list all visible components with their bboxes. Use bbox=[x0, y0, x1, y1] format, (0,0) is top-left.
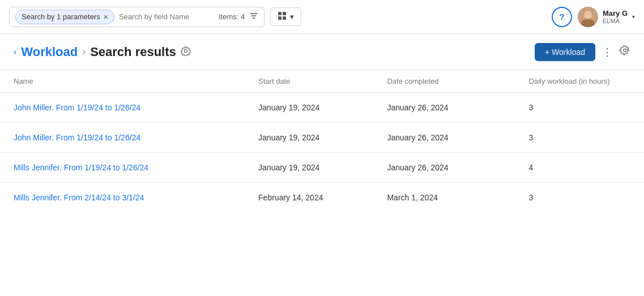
cell-start-date: February 14, 2024 bbox=[245, 183, 373, 213]
cell-daily-workload: 3 bbox=[515, 93, 644, 123]
cell-date-completed: January 26, 2024 bbox=[373, 123, 515, 153]
user-company: ELMA bbox=[603, 18, 628, 24]
settings-button[interactable] bbox=[619, 45, 630, 59]
column-header-date-completed: Date completed bbox=[373, 70, 515, 93]
breadcrumb-separator: › bbox=[82, 46, 86, 58]
items-count: Items: 4 bbox=[219, 12, 245, 21]
breadcrumb-current: Search results bbox=[90, 45, 176, 59]
cell-start-date: January 19, 2024 bbox=[245, 153, 373, 183]
filter-icon[interactable] bbox=[249, 11, 258, 23]
cell-daily-workload: 3 bbox=[515, 123, 644, 153]
svg-rect-1 bbox=[283, 12, 286, 15]
cell-daily-workload: 3 bbox=[515, 183, 644, 213]
column-header-start-date: Start date bbox=[245, 70, 373, 93]
search-tag-close-icon[interactable]: × bbox=[104, 12, 108, 22]
help-button[interactable]: ? bbox=[552, 7, 572, 27]
column-header-name: Name bbox=[0, 70, 245, 93]
svg-rect-3 bbox=[283, 16, 286, 20]
avatar bbox=[578, 7, 598, 27]
grid-icon bbox=[278, 11, 287, 22]
search-results-settings-icon[interactable] bbox=[181, 46, 191, 58]
search-input[interactable] bbox=[119, 12, 214, 21]
chevron-down-icon: ▾ bbox=[632, 14, 635, 20]
workload-link[interactable]: John Miller. From 1/19/24 to 1/26/24 bbox=[14, 133, 140, 142]
column-header-daily-workload: Daily workload (in hours) bbox=[515, 70, 644, 93]
table-row: Mills Jennifer. From 2/14/24 to 3/1/24 F… bbox=[0, 183, 644, 213]
workload-link[interactable]: Mills Jennifer. From 2/14/24 to 3/1/24 bbox=[14, 193, 144, 202]
cell-name: John Miller. From 1/19/24 to 1/26/24 bbox=[0, 93, 245, 123]
search-tag[interactable]: Search by 1 parameters × bbox=[15, 10, 114, 24]
user-info: Mary G ELMA bbox=[603, 9, 628, 24]
cell-start-date: January 19, 2024 bbox=[245, 93, 373, 123]
table-row: John Miller. From 1/19/24 to 1/26/24 Jan… bbox=[0, 123, 644, 153]
more-options-button[interactable]: ⋮ bbox=[602, 46, 612, 58]
cell-date-completed: March 1, 2024 bbox=[373, 183, 515, 213]
workload-table: Name Start date Date completed Daily wor… bbox=[0, 70, 644, 212]
svg-rect-2 bbox=[278, 16, 282, 20]
search-tag-label: Search by 1 parameters bbox=[22, 12, 100, 21]
bar-actions: + Workload ⋮ bbox=[535, 43, 630, 61]
table-header: Name Start date Date completed Daily wor… bbox=[0, 70, 644, 93]
svg-rect-0 bbox=[278, 12, 282, 15]
table-row: Mills Jennifer. From 1/19/24 to 1/26/24 … bbox=[0, 153, 644, 183]
table-row: John Miller. From 1/19/24 to 1/26/24 Jan… bbox=[0, 93, 644, 123]
workload-link[interactable]: Mills Jennifer. From 1/19/24 to 1/26/24 bbox=[14, 163, 148, 172]
svg-point-5 bbox=[584, 11, 592, 19]
grid-view-button[interactable]: ▾ bbox=[270, 7, 301, 26]
table-container: Name Start date Date completed Daily wor… bbox=[0, 70, 644, 212]
search-area: Search by 1 parameters × Items: 4 bbox=[9, 7, 265, 27]
breadcrumb-bar: ‹ Workload › Search results + Workload ⋮ bbox=[0, 34, 644, 70]
cell-date-completed: January 26, 2024 bbox=[373, 153, 515, 183]
back-button[interactable]: ‹ bbox=[14, 47, 16, 57]
cell-date-completed: January 26, 2024 bbox=[373, 93, 515, 123]
cell-start-date: January 19, 2024 bbox=[245, 123, 373, 153]
user-name: Mary G bbox=[603, 9, 628, 18]
workload-link[interactable]: John Miller. From 1/19/24 to 1/26/24 bbox=[14, 103, 140, 112]
user-menu[interactable]: Mary G ELMA ▾ bbox=[578, 7, 635, 27]
breadcrumb-parent[interactable]: Workload bbox=[21, 45, 78, 59]
cell-name: Mills Jennifer. From 2/14/24 to 3/1/24 bbox=[0, 183, 245, 213]
top-bar: Search by 1 parameters × Items: 4 ▾ ? bbox=[0, 0, 644, 34]
cell-name: John Miller. From 1/19/24 to 1/26/24 bbox=[0, 123, 245, 153]
chevron-down-icon: ▾ bbox=[290, 12, 294, 21]
cell-name: Mills Jennifer. From 1/19/24 to 1/26/24 bbox=[0, 153, 245, 183]
table-body: John Miller. From 1/19/24 to 1/26/24 Jan… bbox=[0, 93, 644, 213]
add-workload-button[interactable]: + Workload bbox=[535, 43, 595, 61]
cell-daily-workload: 4 bbox=[515, 153, 644, 183]
